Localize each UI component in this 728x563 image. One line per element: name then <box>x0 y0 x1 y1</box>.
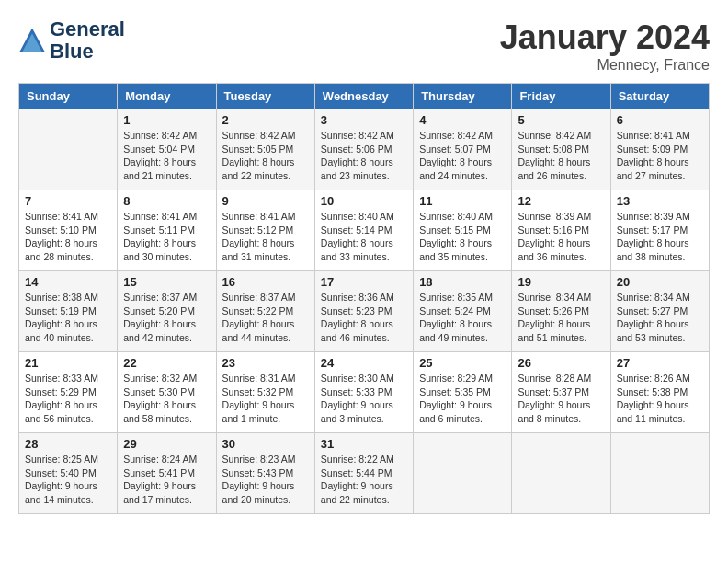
day-number: 13 <box>617 194 703 208</box>
weekday-header-friday: Friday <box>512 84 610 109</box>
day-number: 28 <box>25 437 111 451</box>
calendar-cell: 9Sunrise: 8:41 AMSunset: 5:12 PMDaylight… <box>216 190 314 271</box>
calendar-cell: 28Sunrise: 8:25 AMSunset: 5:40 PMDayligh… <box>19 433 118 514</box>
logo-line1: General <box>50 18 125 40</box>
day-number: 9 <box>222 194 309 208</box>
logo-text: General Blue <box>50 18 125 63</box>
calendar-cell: 1Sunrise: 8:42 AMSunset: 5:04 PMDaylight… <box>118 109 216 190</box>
calendar-cell: 8Sunrise: 8:41 AMSunset: 5:11 PMDaylight… <box>118 190 216 271</box>
day-number: 20 <box>617 275 703 289</box>
calendar-cell: 2Sunrise: 8:42 AMSunset: 5:05 PMDaylight… <box>216 109 314 190</box>
calendar-cell: 11Sunrise: 8:40 AMSunset: 5:15 PMDayligh… <box>414 190 512 271</box>
weekday-header-thursday: Thursday <box>414 84 512 109</box>
calendar-cell: 10Sunrise: 8:40 AMSunset: 5:14 PMDayligh… <box>314 190 413 271</box>
day-info: Sunrise: 8:37 AMSunset: 5:20 PMDaylight:… <box>123 291 210 345</box>
header: General Blue January 2024 Mennecy, Franc… <box>18 18 710 74</box>
week-row-3: 14Sunrise: 8:38 AMSunset: 5:19 PMDayligh… <box>19 271 710 352</box>
day-info: Sunrise: 8:24 AMSunset: 5:41 PMDaylight:… <box>123 453 210 507</box>
day-info: Sunrise: 8:26 AMSunset: 5:38 PMDaylight:… <box>617 372 703 426</box>
calendar-cell: 17Sunrise: 8:36 AMSunset: 5:23 PMDayligh… <box>314 271 413 352</box>
calendar-cell: 29Sunrise: 8:24 AMSunset: 5:41 PMDayligh… <box>118 433 216 514</box>
day-info: Sunrise: 8:42 AMSunset: 5:07 PMDaylight:… <box>419 129 506 183</box>
day-info: Sunrise: 8:25 AMSunset: 5:40 PMDaylight:… <box>25 453 111 507</box>
month-title: January 2024 <box>500 18 710 57</box>
calendar-cell: 6Sunrise: 8:41 AMSunset: 5:09 PMDaylight… <box>610 109 709 190</box>
day-info: Sunrise: 8:34 AMSunset: 5:26 PMDaylight:… <box>518 291 604 345</box>
calendar-cell: 7Sunrise: 8:41 AMSunset: 5:10 PMDaylight… <box>19 190 118 271</box>
calendar-cell: 5Sunrise: 8:42 AMSunset: 5:08 PMDaylight… <box>512 109 610 190</box>
day-number: 26 <box>518 356 604 370</box>
day-info: Sunrise: 8:42 AMSunset: 5:06 PMDaylight:… <box>321 129 407 183</box>
day-number: 10 <box>321 194 407 208</box>
calendar-cell <box>610 433 709 514</box>
calendar-cell: 23Sunrise: 8:31 AMSunset: 5:32 PMDayligh… <box>216 352 314 433</box>
day-info: Sunrise: 8:41 AMSunset: 5:11 PMDaylight:… <box>123 210 210 264</box>
week-row-5: 28Sunrise: 8:25 AMSunset: 5:40 PMDayligh… <box>19 433 710 514</box>
day-info: Sunrise: 8:34 AMSunset: 5:27 PMDaylight:… <box>617 291 703 345</box>
day-info: Sunrise: 8:39 AMSunset: 5:16 PMDaylight:… <box>518 210 604 264</box>
week-row-2: 7Sunrise: 8:41 AMSunset: 5:10 PMDaylight… <box>19 190 710 271</box>
calendar-cell <box>414 433 512 514</box>
logo-line2: Blue <box>50 40 125 63</box>
calendar-cell: 26Sunrise: 8:28 AMSunset: 5:37 PMDayligh… <box>512 352 610 433</box>
logo-icon <box>18 27 46 54</box>
calendar-cell: 4Sunrise: 8:42 AMSunset: 5:07 PMDaylight… <box>414 109 512 190</box>
day-info: Sunrise: 8:28 AMSunset: 5:37 PMDaylight:… <box>518 372 604 426</box>
day-number: 2 <box>222 113 309 127</box>
calendar-cell: 25Sunrise: 8:29 AMSunset: 5:35 PMDayligh… <box>414 352 512 433</box>
day-info: Sunrise: 8:30 AMSunset: 5:33 PMDaylight:… <box>321 372 407 426</box>
calendar-cell: 31Sunrise: 8:22 AMSunset: 5:44 PMDayligh… <box>314 433 413 514</box>
calendar-cell: 13Sunrise: 8:39 AMSunset: 5:17 PMDayligh… <box>610 190 709 271</box>
day-number: 30 <box>222 437 309 451</box>
calendar-cell: 22Sunrise: 8:32 AMSunset: 5:30 PMDayligh… <box>118 352 216 433</box>
calendar-cell <box>512 433 610 514</box>
day-number: 17 <box>321 275 407 289</box>
weekday-header-tuesday: Tuesday <box>216 84 314 109</box>
day-number: 16 <box>222 275 309 289</box>
day-number: 22 <box>123 356 210 370</box>
calendar-cell: 27Sunrise: 8:26 AMSunset: 5:38 PMDayligh… <box>610 352 709 433</box>
day-info: Sunrise: 8:40 AMSunset: 5:15 PMDaylight:… <box>419 210 506 264</box>
day-info: Sunrise: 8:39 AMSunset: 5:17 PMDaylight:… <box>617 210 703 264</box>
calendar-cell: 20Sunrise: 8:34 AMSunset: 5:27 PMDayligh… <box>610 271 709 352</box>
calendar-cell: 24Sunrise: 8:30 AMSunset: 5:33 PMDayligh… <box>314 352 413 433</box>
day-number: 25 <box>419 356 506 370</box>
day-info: Sunrise: 8:41 AMSunset: 5:10 PMDaylight:… <box>25 210 111 264</box>
day-info: Sunrise: 8:38 AMSunset: 5:19 PMDaylight:… <box>25 291 111 345</box>
day-number: 23 <box>222 356 309 370</box>
day-number: 18 <box>419 275 506 289</box>
day-number: 5 <box>518 113 604 127</box>
calendar-cell: 15Sunrise: 8:37 AMSunset: 5:20 PMDayligh… <box>118 271 216 352</box>
day-info: Sunrise: 8:37 AMSunset: 5:22 PMDaylight:… <box>222 291 309 345</box>
day-number: 6 <box>617 113 703 127</box>
day-info: Sunrise: 8:32 AMSunset: 5:30 PMDaylight:… <box>123 372 210 426</box>
day-number: 7 <box>25 194 111 208</box>
day-info: Sunrise: 8:23 AMSunset: 5:43 PMDaylight:… <box>222 453 309 507</box>
day-info: Sunrise: 8:36 AMSunset: 5:23 PMDaylight:… <box>321 291 407 345</box>
day-number: 27 <box>617 356 703 370</box>
weekday-header-row: SundayMondayTuesdayWednesdayThursdayFrid… <box>19 84 710 109</box>
day-info: Sunrise: 8:41 AMSunset: 5:12 PMDaylight:… <box>222 210 309 264</box>
day-number: 8 <box>123 194 210 208</box>
day-number: 29 <box>123 437 210 451</box>
weekday-header-sunday: Sunday <box>19 84 118 109</box>
calendar-cell: 21Sunrise: 8:33 AMSunset: 5:29 PMDayligh… <box>19 352 118 433</box>
title-area: January 2024 Mennecy, France <box>500 18 710 74</box>
calendar-cell: 30Sunrise: 8:23 AMSunset: 5:43 PMDayligh… <box>216 433 314 514</box>
day-number: 1 <box>123 113 210 127</box>
weekday-header-saturday: Saturday <box>610 84 709 109</box>
day-info: Sunrise: 8:42 AMSunset: 5:05 PMDaylight:… <box>222 129 309 183</box>
calendar-cell: 3Sunrise: 8:42 AMSunset: 5:06 PMDaylight… <box>314 109 413 190</box>
day-number: 11 <box>419 194 506 208</box>
week-row-1: 1Sunrise: 8:42 AMSunset: 5:04 PMDaylight… <box>19 109 710 190</box>
day-number: 12 <box>518 194 604 208</box>
location-title: Mennecy, France <box>500 57 710 74</box>
calendar-cell: 18Sunrise: 8:35 AMSunset: 5:24 PMDayligh… <box>414 271 512 352</box>
day-info: Sunrise: 8:29 AMSunset: 5:35 PMDaylight:… <box>419 372 506 426</box>
day-info: Sunrise: 8:31 AMSunset: 5:32 PMDaylight:… <box>222 372 309 426</box>
day-info: Sunrise: 8:42 AMSunset: 5:08 PMDaylight:… <box>518 129 604 183</box>
week-row-4: 21Sunrise: 8:33 AMSunset: 5:29 PMDayligh… <box>19 352 710 433</box>
day-number: 4 <box>419 113 506 127</box>
day-number: 19 <box>518 275 604 289</box>
calendar-cell: 12Sunrise: 8:39 AMSunset: 5:16 PMDayligh… <box>512 190 610 271</box>
